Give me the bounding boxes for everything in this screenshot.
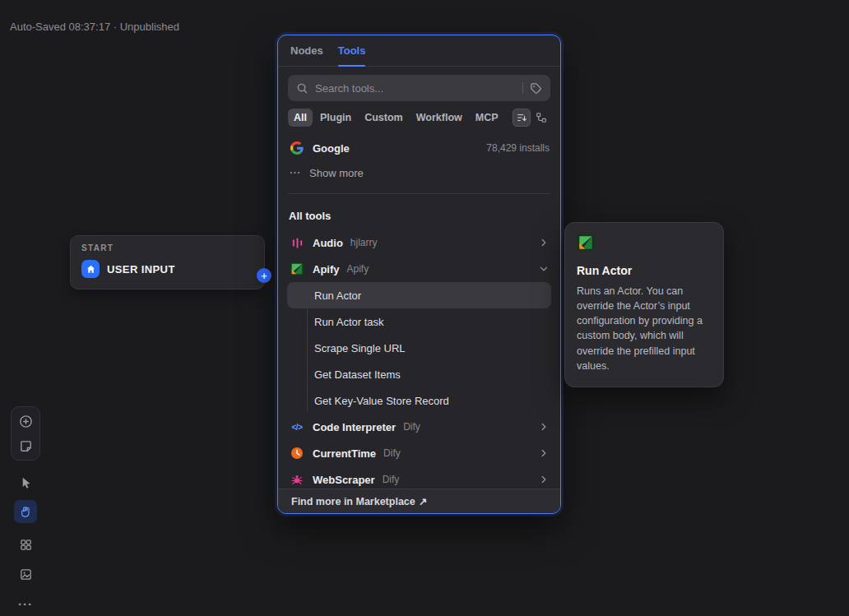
section-divider [289, 193, 550, 194]
add-node-button[interactable] [14, 410, 37, 433]
tree-view-icon[interactable] [532, 109, 550, 127]
hand-mode-button[interactable] [14, 500, 37, 523]
filter-workflow[interactable]: Workflow [411, 109, 468, 127]
provider-name: Google [313, 142, 350, 155]
chevron-right-icon[interactable] [538, 237, 550, 248]
chevron-right-icon[interactable] [538, 421, 550, 433]
tool-author: Dify [383, 447, 401, 459]
apify-actions-list: Run Actor Run Actor task Scrape Single U… [278, 282, 560, 414]
start-node-title: USER INPUT [107, 263, 175, 276]
ellipsis-icon: ··· [289, 167, 302, 178]
filter-all[interactable]: All [288, 109, 313, 127]
chevron-down-icon[interactable] [538, 263, 550, 275]
marketplace-link[interactable]: Find more in Marketplace ↗ [278, 489, 560, 513]
canvas-toolbar: ··· [11, 406, 40, 615]
chevron-right-icon[interactable] [538, 447, 550, 459]
tool-row-code-interpreter[interactable]: </> Code Interpreter Dify [278, 414, 560, 440]
tool-author: Dify [403, 421, 420, 433]
tool-row-apify[interactable]: Apify Apify [278, 256, 560, 282]
tool-row-currenttime[interactable]: CurrentTime Dify [278, 440, 560, 466]
show-more-label: Show more [309, 167, 364, 179]
add-tools-group [11, 406, 40, 461]
search-icon [296, 82, 309, 95]
tool-detail-description: Runs an Actor. You can override the Acto… [577, 284, 712, 373]
search-box [288, 75, 550, 101]
more-options-button[interactable]: ··· [14, 592, 37, 615]
organize-blocks-button[interactable] [14, 533, 37, 556]
tool-author: hjlarry [350, 237, 378, 248]
tool-name: WebScraper [313, 474, 375, 486]
all-tools-heading: All tools [278, 202, 560, 229]
filter-chips: All Plugin Custom Workflow MCP [278, 106, 560, 133]
tool-item-get-key-value-store-record[interactable]: Get Key-Value Store Record [287, 387, 551, 414]
marketplace-link-label: Find more in Marketplace [291, 496, 415, 507]
install-count: 78,429 installs [486, 142, 550, 154]
tool-item-scrape-single-url[interactable]: Scrape Single URL [287, 335, 551, 361]
tool-author: Dify [383, 474, 400, 485]
autosave-status: Auto-Saved 08:37:17 · Unpublished [10, 21, 179, 33]
filter-mcp[interactable]: MCP [470, 109, 504, 127]
code-interpreter-icon: </> [289, 419, 305, 435]
apify-icon [289, 261, 305, 277]
external-link-icon: ↗ [419, 495, 427, 507]
tool-author: Apify [347, 263, 369, 275]
tool-name: Code Interpreter [313, 421, 396, 433]
start-node[interactable]: START USER INPUT + [70, 235, 265, 289]
add-note-button[interactable] [14, 434, 37, 457]
filter-plugin[interactable]: Plugin [314, 109, 357, 127]
tool-name: Audio [313, 237, 343, 249]
tool-item-run-actor[interactable]: Run Actor [287, 282, 551, 308]
chevron-right-icon[interactable] [538, 474, 550, 485]
provider-row-google[interactable]: Google 78,429 installs [278, 136, 560, 160]
tool-detail-title: Run Actor [577, 264, 712, 277]
tab-nodes[interactable]: Nodes [290, 35, 323, 66]
tab-tools[interactable]: Tools [338, 35, 366, 66]
audio-icon [289, 234, 305, 251]
tool-row-audio[interactable]: Audio hjlarry [278, 229, 560, 256]
clock-icon [289, 445, 305, 461]
tool-item-get-dataset-items[interactable]: Get Dataset Items [287, 361, 551, 387]
tools-panel: Nodes Tools All Plugin Custom Workflow M… [277, 35, 561, 514]
filter-custom[interactable]: Custom [359, 109, 409, 127]
tool-name: CurrentTime [313, 447, 376, 460]
tag-filter-icon[interactable] [530, 82, 542, 95]
tool-detail-card: Run Actor Runs an Actor. You can overrid… [564, 222, 724, 387]
start-node-header: START [71, 236, 264, 254]
sort-icon[interactable] [513, 109, 531, 127]
google-icon [289, 140, 305, 156]
fit-view-button[interactable] [14, 563, 37, 586]
pointer-mode-button[interactable] [14, 470, 37, 493]
add-connection-button[interactable]: + [257, 268, 271, 283]
tool-item-run-actor-task[interactable]: Run Actor task [287, 308, 551, 335]
spider-icon [289, 471, 305, 488]
tool-name: Apify [313, 263, 340, 276]
ellipsis-icon: ··· [18, 597, 33, 611]
search-divider [522, 82, 523, 94]
home-icon [81, 260, 100, 278]
search-input[interactable] [315, 82, 516, 95]
apify-icon [577, 234, 595, 252]
show-more-button[interactable]: ··· Show more [278, 160, 560, 185]
panel-tabs: Nodes Tools [278, 35, 560, 67]
tools-list: Google 78,429 installs ··· Show more All… [278, 133, 560, 513]
